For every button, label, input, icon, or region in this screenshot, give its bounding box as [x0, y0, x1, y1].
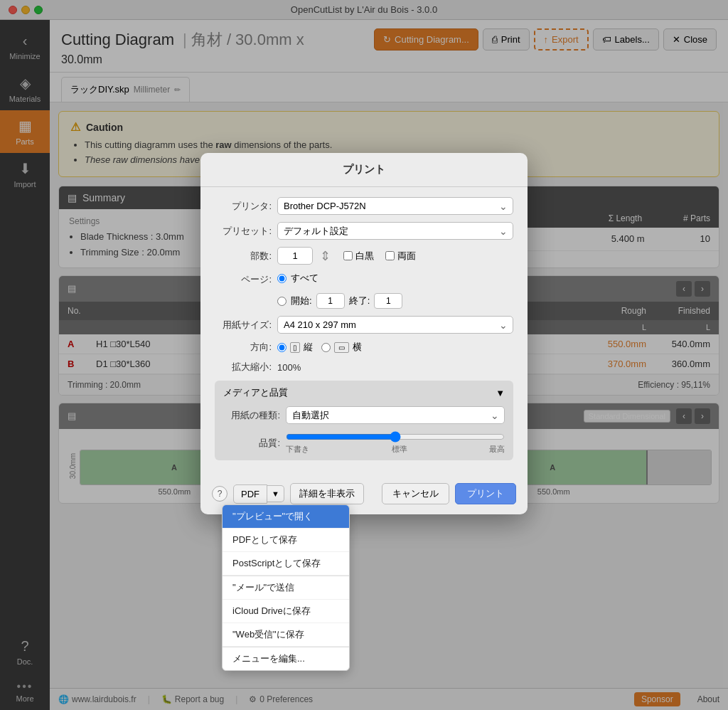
landscape-icon: ▭: [334, 342, 349, 353]
quality-slider[interactable]: [286, 431, 505, 443]
dropdown-item-preview[interactable]: "プレビュー"で開く: [223, 505, 349, 529]
paper-select-wrap[interactable]: A4 210 x 297 mm: [277, 316, 513, 334]
dialog-overlay: プリント プリンタ: Brother DCP-J572N プリセット: デフォル…: [0, 0, 728, 710]
pages-all-option: すべて: [277, 272, 318, 285]
cancel-button[interactable]: キャンセル: [382, 483, 449, 504]
paper-type-row: 用紙の種類: 自動選択: [223, 406, 505, 424]
pages-options: すべて 開始: 終了:: [277, 272, 513, 309]
pages-all-label: すべて: [291, 272, 318, 285]
scale-row: 拡大縮小: 100%: [215, 361, 513, 373]
dropdown-item-edit-menu[interactable]: メニューを編集...: [223, 647, 349, 670]
orientation-label: 方向:: [215, 341, 272, 354]
bw-label[interactable]: 白黒: [343, 250, 374, 263]
print-confirm-button[interactable]: プリント: [455, 483, 516, 504]
dialog-title: プリント: [200, 153, 528, 187]
dropdown-item-icloud[interactable]: iCloud Driveに保存: [223, 600, 349, 623]
paper-type-select[interactable]: 自動選択: [286, 406, 505, 424]
landscape-radio[interactable]: [321, 343, 331, 352]
dialog-body: プリンタ: Brother DCP-J572N プリセット: デフォルト設定: [200, 187, 528, 476]
printer-select-wrap[interactable]: Brother DCP-J572N: [277, 197, 513, 215]
media-quality-title[interactable]: メディアと品質 ▼: [223, 386, 505, 399]
pages-label: ページ:: [215, 272, 272, 286]
quality-mid: 標準: [392, 444, 407, 455]
cancel-label: キャンセル: [392, 488, 439, 499]
pdf-dropdown-menu: "プレビュー"で開く PDFとして保存 PostScriptとして保存 "メール…: [222, 504, 350, 671]
landscape-option[interactable]: ▭ 横: [321, 341, 362, 354]
pdf-label: PDF: [241, 489, 259, 499]
quality-high: 最高: [489, 444, 505, 455]
print-confirm-label: プリント: [467, 488, 504, 499]
paper-type-wrap[interactable]: 自動選択: [286, 406, 505, 424]
dropdown-item-web[interactable]: "Web受信"に保存: [223, 623, 349, 647]
copies-stepper[interactable]: ⇕: [320, 248, 331, 264]
paper-size-label: 用紙サイズ:: [215, 319, 272, 332]
quality-slider-container: 下書き 標準 最高: [286, 431, 505, 455]
dropdown-item-mail[interactable]: "メール"で送信: [223, 576, 349, 600]
portrait-radio[interactable]: [277, 343, 287, 352]
printer-row: プリンタ: Brother DCP-J572N: [215, 197, 513, 215]
details-label: 詳細を非表示: [299, 488, 355, 499]
pages-start-input[interactable]: [316, 293, 345, 309]
pdf-btn-group: PDF ▼: [233, 484, 284, 504]
portrait-option[interactable]: ▯ 縦: [277, 341, 313, 354]
scale-label: 拡大縮小:: [215, 361, 272, 373]
print-dialog: プリント プリンタ: Brother DCP-J572N プリセット: デフォル…: [200, 153, 528, 514]
portrait-label: 縦: [304, 341, 313, 354]
portrait-icon: ▯: [290, 342, 300, 353]
copies-input[interactable]: [277, 247, 313, 265]
collapse-icon: ▼: [496, 388, 505, 398]
copies-label: 部数:: [215, 250, 272, 263]
landscape-label: 横: [353, 341, 362, 354]
dropdown-item-save-pdf[interactable]: PDFとして保存: [223, 529, 349, 552]
pdf-button[interactable]: PDF: [233, 484, 267, 504]
pages-row: ページ: すべて 開始: 終了:: [215, 272, 513, 309]
pages-end-label: 終了:: [349, 295, 370, 307]
paper-select[interactable]: A4 210 x 297 mm: [277, 316, 513, 334]
media-quality-section: メディアと品質 ▼ 用紙の種類: 自動選択 品質:: [215, 381, 513, 460]
preset-row: プリセット: デフォルト設定: [215, 222, 513, 240]
printer-select[interactable]: Brother DCP-J572N: [277, 197, 513, 215]
quality-low: 下書き: [286, 444, 309, 455]
quality-label: 品質:: [223, 437, 280, 450]
pages-range-start-label: 開始:: [291, 295, 312, 307]
details-button[interactable]: 詳細を非表示: [290, 483, 364, 504]
orientation-row: 方向: ▯ 縦 ▭ 横: [215, 341, 513, 354]
duplex-label[interactable]: 両面: [385, 250, 416, 263]
quality-row: 品質: 下書き 標準 最高: [223, 431, 505, 455]
preset-label: プリセット:: [215, 225, 272, 238]
dialog-footer: ? PDF ▼ 詳細を非表示 キャンセル プリント "プレビュー"で開く PDF…: [200, 476, 528, 514]
scale-value: 100%: [277, 362, 301, 373]
slider-labels: 下書き 標準 最高: [286, 444, 505, 455]
pages-end-input[interactable]: [374, 293, 402, 309]
paper-type-label: 用紙の種類:: [223, 409, 280, 422]
preset-select-wrap[interactable]: デフォルト設定: [277, 222, 513, 240]
paper-size-row: 用紙サイズ: A4 210 x 297 mm: [215, 316, 513, 334]
printer-label: プリンタ:: [215, 200, 272, 213]
pages-range-option: 開始: 終了:: [277, 293, 402, 309]
orientation-options: ▯ 縦 ▭ 横: [277, 341, 362, 354]
help-button[interactable]: ?: [212, 486, 228, 502]
pages-all-radio[interactable]: [277, 274, 287, 283]
bw-checkbox[interactable]: [343, 251, 353, 260]
pdf-arrow-button[interactable]: ▼: [267, 485, 284, 502]
pages-range-radio[interactable]: [277, 297, 287, 306]
dropdown-item-postscript[interactable]: PostScriptとして保存: [223, 552, 349, 576]
preset-select[interactable]: デフォルト設定: [277, 222, 513, 240]
copies-row: 部数: ⇕ 白黒 両面: [215, 247, 513, 265]
duplex-checkbox[interactable]: [385, 251, 395, 260]
media-quality-label: メディアと品質: [223, 386, 288, 399]
